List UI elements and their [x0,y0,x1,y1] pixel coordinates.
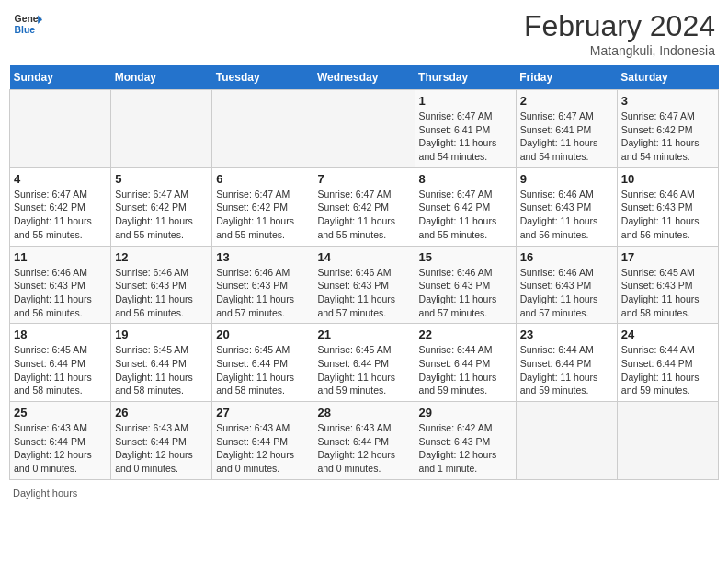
day-number: 28 [317,406,410,419]
day-detail: Sunrise: 6:47 AM Sunset: 6:41 PM Dayligh… [520,109,613,164]
header: General Blue February 2024 Matangkuli, I… [9,9,719,58]
day-number: 19 [115,327,208,341]
day-number: 20 [216,327,309,341]
day-detail: Sunrise: 6:47 AM Sunset: 6:42 PM Dayligh… [216,188,309,242]
calendar-cell: 20Sunrise: 6:45 AM Sunset: 6:44 PM Dayli… [212,324,313,402]
calendar-cell: 4Sunrise: 6:47 AM Sunset: 6:42 PM Daylig… [10,167,111,246]
calendar-cell: 26Sunrise: 6:43 AM Sunset: 6:44 PM Dayli… [111,402,212,480]
logo-icon: General Blue [13,9,42,39]
day-number: 4 [14,172,107,186]
day-detail: Sunrise: 6:46 AM Sunset: 6:43 PM Dayligh… [520,188,613,242]
day-detail: Sunrise: 6:43 AM Sunset: 6:44 PM Dayligh… [317,421,410,476]
day-number: 1 [419,94,512,108]
day-number: 16 [520,250,613,264]
weekday-header-wednesday: Wednesday [313,65,415,90]
svg-text:Blue: Blue [15,25,36,35]
calendar-cell [313,90,415,168]
day-detail: Sunrise: 6:43 AM Sunset: 6:44 PM Dayligh… [14,421,107,476]
weekday-header-row: SundayMondayTuesdayWednesdayThursdayFrid… [10,65,719,90]
calendar-cell: 18Sunrise: 6:45 AM Sunset: 6:44 PM Dayli… [10,324,111,402]
day-number: 12 [115,250,208,264]
calendar-cell: 17Sunrise: 6:45 AM Sunset: 6:43 PM Dayli… [617,246,718,324]
week-row-4: 18Sunrise: 6:45 AM Sunset: 6:44 PM Dayli… [10,324,719,402]
weekday-header-tuesday: Tuesday [212,65,313,90]
calendar-cell [111,90,212,168]
calendar-table: SundayMondayTuesdayWednesdayThursdayFrid… [9,65,719,480]
day-number: 7 [317,172,410,186]
day-number: 5 [115,172,208,186]
calendar-cell: 1Sunrise: 6:47 AM Sunset: 6:41 PM Daylig… [415,90,516,168]
day-detail: Sunrise: 6:47 AM Sunset: 6:42 PM Dayligh… [419,188,512,242]
day-number: 15 [419,250,512,264]
calendar-cell [516,402,617,480]
day-detail: Sunrise: 6:47 AM Sunset: 6:41 PM Dayligh… [419,109,512,164]
day-detail: Sunrise: 6:42 AM Sunset: 6:43 PM Dayligh… [419,421,512,476]
day-number: 6 [216,172,309,186]
calendar-cell: 13Sunrise: 6:46 AM Sunset: 6:43 PM Dayli… [212,246,313,324]
day-number: 27 [216,406,309,419]
calendar-cell: 9Sunrise: 6:46 AM Sunset: 6:43 PM Daylig… [516,167,617,246]
main-title: February 2024 [524,9,715,43]
day-detail: Sunrise: 6:47 AM Sunset: 6:42 PM Dayligh… [115,188,208,242]
day-detail: Sunrise: 6:46 AM Sunset: 6:43 PM Dayligh… [621,188,714,242]
day-number: 8 [419,172,512,186]
footer: Daylight hours [9,488,719,499]
day-detail: Sunrise: 6:43 AM Sunset: 6:44 PM Dayligh… [115,421,208,476]
day-detail: Sunrise: 6:44 AM Sunset: 6:44 PM Dayligh… [621,343,714,397]
day-number: 11 [14,250,107,264]
weekday-header-sunday: Sunday [10,65,111,90]
day-number: 18 [14,327,107,341]
calendar-cell: 21Sunrise: 6:45 AM Sunset: 6:44 PM Dayli… [313,324,415,402]
day-detail: Sunrise: 6:44 AM Sunset: 6:44 PM Dayligh… [419,343,512,397]
weekday-header-friday: Friday [516,65,617,90]
calendar-cell: 2Sunrise: 6:47 AM Sunset: 6:41 PM Daylig… [516,90,617,168]
calendar-cell: 15Sunrise: 6:46 AM Sunset: 6:43 PM Dayli… [415,246,516,324]
calendar-cell [212,90,313,168]
calendar-cell [617,402,718,480]
day-detail: Sunrise: 6:47 AM Sunset: 6:42 PM Dayligh… [14,188,107,242]
day-detail: Sunrise: 6:45 AM Sunset: 6:43 PM Dayligh… [621,266,714,320]
logo: General Blue [13,9,42,39]
calendar-cell: 10Sunrise: 6:46 AM Sunset: 6:43 PM Dayli… [617,167,718,246]
day-number: 23 [520,327,613,341]
day-number: 9 [520,172,613,186]
calendar-cell: 25Sunrise: 6:43 AM Sunset: 6:44 PM Dayli… [10,402,111,480]
day-number: 3 [621,94,714,108]
day-number: 17 [621,250,714,264]
day-detail: Sunrise: 6:45 AM Sunset: 6:44 PM Dayligh… [216,343,309,397]
day-detail: Sunrise: 6:46 AM Sunset: 6:43 PM Dayligh… [216,266,309,320]
subtitle: Matangkuli, Indonesia [524,43,715,58]
day-detail: Sunrise: 6:46 AM Sunset: 6:43 PM Dayligh… [419,266,512,320]
calendar-cell: 24Sunrise: 6:44 AM Sunset: 6:44 PM Dayli… [617,324,718,402]
weekday-header-thursday: Thursday [415,65,516,90]
day-detail: Sunrise: 6:46 AM Sunset: 6:43 PM Dayligh… [14,266,107,320]
calendar-cell: 22Sunrise: 6:44 AM Sunset: 6:44 PM Dayli… [415,324,516,402]
day-detail: Sunrise: 6:45 AM Sunset: 6:44 PM Dayligh… [115,343,208,397]
calendar-cell: 3Sunrise: 6:47 AM Sunset: 6:42 PM Daylig… [617,90,718,168]
day-number: 13 [216,250,309,264]
calendar-cell: 19Sunrise: 6:45 AM Sunset: 6:44 PM Dayli… [111,324,212,402]
week-row-5: 25Sunrise: 6:43 AM Sunset: 6:44 PM Dayli… [10,402,719,480]
calendar-cell: 16Sunrise: 6:46 AM Sunset: 6:43 PM Dayli… [516,246,617,324]
day-number: 21 [317,327,410,341]
week-row-3: 11Sunrise: 6:46 AM Sunset: 6:43 PM Dayli… [10,246,719,324]
calendar-cell: 12Sunrise: 6:46 AM Sunset: 6:43 PM Dayli… [111,246,212,324]
calendar-cell: 5Sunrise: 6:47 AM Sunset: 6:42 PM Daylig… [111,167,212,246]
calendar-cell: 7Sunrise: 6:47 AM Sunset: 6:42 PM Daylig… [313,167,415,246]
day-number: 2 [520,94,613,108]
calendar-cell: 29Sunrise: 6:42 AM Sunset: 6:43 PM Dayli… [415,402,516,480]
day-number: 24 [621,327,714,341]
day-detail: Sunrise: 6:45 AM Sunset: 6:44 PM Dayligh… [14,343,107,397]
calendar-cell: 27Sunrise: 6:43 AM Sunset: 6:44 PM Dayli… [212,402,313,480]
calendar-cell: 23Sunrise: 6:44 AM Sunset: 6:44 PM Dayli… [516,324,617,402]
day-detail: Sunrise: 6:44 AM Sunset: 6:44 PM Dayligh… [520,343,613,397]
day-detail: Sunrise: 6:47 AM Sunset: 6:42 PM Dayligh… [621,109,714,164]
calendar-cell: 14Sunrise: 6:46 AM Sunset: 6:43 PM Dayli… [313,246,415,324]
day-detail: Sunrise: 6:45 AM Sunset: 6:44 PM Dayligh… [317,343,410,397]
day-detail: Sunrise: 6:46 AM Sunset: 6:43 PM Dayligh… [520,266,613,320]
calendar-cell: 11Sunrise: 6:46 AM Sunset: 6:43 PM Dayli… [10,246,111,324]
weekday-header-monday: Monday [111,65,212,90]
day-number: 26 [115,406,208,419]
calendar-cell [10,90,111,168]
title-area: February 2024 Matangkuli, Indonesia [524,9,715,58]
